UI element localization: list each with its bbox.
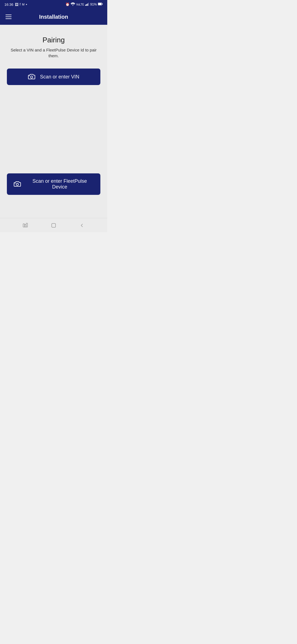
nav-back-button[interactable] <box>79 223 85 228</box>
svg-rect-9 <box>29 76 30 76</box>
svg-rect-13 <box>24 225 26 227</box>
svg-rect-4 <box>88 3 89 6</box>
scan-vin-label: Scan or enter VIN <box>40 74 79 80</box>
status-bar: 16:36 🖼 f M • ⏰ VoLTE 91% <box>0 0 107 9</box>
battery-icon <box>98 2 103 6</box>
notification-dot: • <box>26 2 27 7</box>
alarm-icon: ⏰ <box>65 2 70 6</box>
camera-icon-device <box>13 181 21 187</box>
header-title: Installation <box>39 14 68 20</box>
lte-icon: VoLTE <box>76 3 84 6</box>
svg-rect-11 <box>15 183 15 184</box>
svg-rect-15 <box>52 223 56 227</box>
page-subtitle: Select a VIN and a FleetPulse Device Id … <box>7 47 101 59</box>
svg-rect-14 <box>26 223 28 227</box>
time-display: 16:36 <box>4 2 13 7</box>
main-content: Pairing Select a VIN and a FleetPulse De… <box>0 25 107 218</box>
svg-rect-3 <box>87 4 88 6</box>
wifi-icon <box>71 2 75 7</box>
nav-home-button[interactable] <box>51 223 56 228</box>
page-title: Pairing <box>43 36 65 44</box>
svg-rect-12 <box>23 224 24 227</box>
hamburger-line-3 <box>6 18 12 19</box>
hamburger-menu-button[interactable] <box>6 15 12 19</box>
svg-point-8 <box>31 76 33 78</box>
bottom-navigation <box>0 218 107 232</box>
svg-rect-7 <box>102 4 103 5</box>
scan-device-label: Scan or enter FleetPulse Device <box>26 178 94 190</box>
svg-point-0 <box>72 5 73 6</box>
svg-rect-2 <box>86 4 87 6</box>
app-header: Installation <box>0 9 107 25</box>
svg-rect-1 <box>85 5 86 6</box>
svg-rect-6 <box>98 3 101 5</box>
signal-icon <box>85 2 89 7</box>
status-bar-left: 16:36 🖼 f M • <box>4 2 27 7</box>
scan-device-button[interactable]: Scan or enter FleetPulse Device <box>7 173 100 195</box>
status-bar-right: ⏰ VoLTE 91% <box>65 2 103 7</box>
camera-icon-vin <box>28 73 35 80</box>
hamburger-line-2 <box>6 17 12 17</box>
gmail-icon: M <box>22 3 24 6</box>
nav-recents-button[interactable] <box>23 223 28 228</box>
scan-vin-button[interactable]: Scan or enter VIN <box>7 69 100 85</box>
hamburger-line-1 <box>6 15 12 15</box>
gallery-icon: 🖼 <box>15 2 18 7</box>
battery-percentage: 91% <box>90 2 97 6</box>
facebook-icon: f <box>20 2 21 6</box>
second-button-container: Scan or enter FleetPulse Device <box>7 173 101 195</box>
svg-point-10 <box>16 183 18 185</box>
